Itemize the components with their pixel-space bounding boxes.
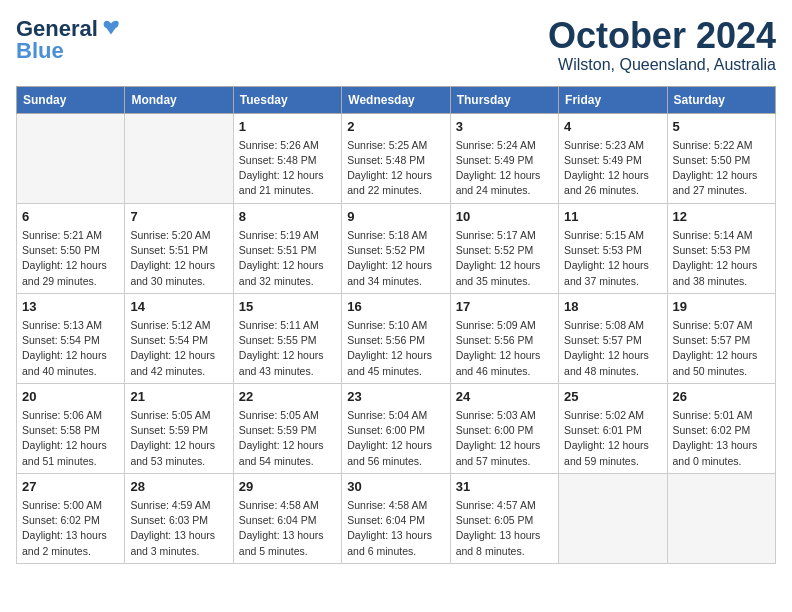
day-number: 24 <box>456 388 553 406</box>
day-info: Sunrise: 5:22 AM Sunset: 5:50 PM Dayligh… <box>673 138 770 199</box>
day-number: 21 <box>130 388 227 406</box>
day-info: Sunrise: 5:05 AM Sunset: 5:59 PM Dayligh… <box>130 408 227 469</box>
day-info: Sunrise: 5:07 AM Sunset: 5:57 PM Dayligh… <box>673 318 770 379</box>
calendar-cell: 2Sunrise: 5:25 AM Sunset: 5:48 PM Daylig… <box>342 113 450 203</box>
logo-bird-icon <box>100 18 122 40</box>
weekday-header-row: SundayMondayTuesdayWednesdayThursdayFrid… <box>17 86 776 113</box>
calendar-cell: 21Sunrise: 5:05 AM Sunset: 5:59 PM Dayli… <box>125 383 233 473</box>
day-info: Sunrise: 5:04 AM Sunset: 6:00 PM Dayligh… <box>347 408 444 469</box>
day-info: Sunrise: 4:58 AM Sunset: 6:04 PM Dayligh… <box>347 498 444 559</box>
calendar-cell: 12Sunrise: 5:14 AM Sunset: 5:53 PM Dayli… <box>667 203 775 293</box>
calendar-cell: 14Sunrise: 5:12 AM Sunset: 5:54 PM Dayli… <box>125 293 233 383</box>
day-info: Sunrise: 5:09 AM Sunset: 5:56 PM Dayligh… <box>456 318 553 379</box>
day-info: Sunrise: 5:18 AM Sunset: 5:52 PM Dayligh… <box>347 228 444 289</box>
day-number: 3 <box>456 118 553 136</box>
month-title: October 2024 <box>548 16 776 56</box>
day-number: 13 <box>22 298 119 316</box>
day-number: 2 <box>347 118 444 136</box>
day-info: Sunrise: 5:24 AM Sunset: 5:49 PM Dayligh… <box>456 138 553 199</box>
calendar-cell <box>559 473 667 563</box>
week-row-3: 13Sunrise: 5:13 AM Sunset: 5:54 PM Dayli… <box>17 293 776 383</box>
week-row-5: 27Sunrise: 5:00 AM Sunset: 6:02 PM Dayli… <box>17 473 776 563</box>
weekday-header-tuesday: Tuesday <box>233 86 341 113</box>
day-number: 17 <box>456 298 553 316</box>
calendar-cell: 6Sunrise: 5:21 AM Sunset: 5:50 PM Daylig… <box>17 203 125 293</box>
title-block: October 2024 Wilston, Queensland, Austra… <box>548 16 776 74</box>
calendar-cell: 13Sunrise: 5:13 AM Sunset: 5:54 PM Dayli… <box>17 293 125 383</box>
week-row-1: 1Sunrise: 5:26 AM Sunset: 5:48 PM Daylig… <box>17 113 776 203</box>
day-number: 27 <box>22 478 119 496</box>
calendar-cell: 20Sunrise: 5:06 AM Sunset: 5:58 PM Dayli… <box>17 383 125 473</box>
calendar-cell: 5Sunrise: 5:22 AM Sunset: 5:50 PM Daylig… <box>667 113 775 203</box>
calendar-cell: 7Sunrise: 5:20 AM Sunset: 5:51 PM Daylig… <box>125 203 233 293</box>
day-info: Sunrise: 5:08 AM Sunset: 5:57 PM Dayligh… <box>564 318 661 379</box>
day-number: 5 <box>673 118 770 136</box>
day-info: Sunrise: 5:10 AM Sunset: 5:56 PM Dayligh… <box>347 318 444 379</box>
day-info: Sunrise: 4:57 AM Sunset: 6:05 PM Dayligh… <box>456 498 553 559</box>
logo: General Blue <box>16 16 122 64</box>
day-info: Sunrise: 5:15 AM Sunset: 5:53 PM Dayligh… <box>564 228 661 289</box>
calendar-cell: 9Sunrise: 5:18 AM Sunset: 5:52 PM Daylig… <box>342 203 450 293</box>
calendar-cell: 30Sunrise: 4:58 AM Sunset: 6:04 PM Dayli… <box>342 473 450 563</box>
logo-blue: Blue <box>16 38 64 64</box>
day-number: 31 <box>456 478 553 496</box>
calendar-cell: 24Sunrise: 5:03 AM Sunset: 6:00 PM Dayli… <box>450 383 558 473</box>
weekday-header-monday: Monday <box>125 86 233 113</box>
day-info: Sunrise: 5:01 AM Sunset: 6:02 PM Dayligh… <box>673 408 770 469</box>
day-info: Sunrise: 5:03 AM Sunset: 6:00 PM Dayligh… <box>456 408 553 469</box>
calendar-cell <box>125 113 233 203</box>
week-row-2: 6Sunrise: 5:21 AM Sunset: 5:50 PM Daylig… <box>17 203 776 293</box>
weekday-header-sunday: Sunday <box>17 86 125 113</box>
calendar-cell: 26Sunrise: 5:01 AM Sunset: 6:02 PM Dayli… <box>667 383 775 473</box>
day-info: Sunrise: 5:17 AM Sunset: 5:52 PM Dayligh… <box>456 228 553 289</box>
day-number: 28 <box>130 478 227 496</box>
day-info: Sunrise: 5:11 AM Sunset: 5:55 PM Dayligh… <box>239 318 336 379</box>
weekday-header-saturday: Saturday <box>667 86 775 113</box>
day-number: 11 <box>564 208 661 226</box>
calendar-cell: 15Sunrise: 5:11 AM Sunset: 5:55 PM Dayli… <box>233 293 341 383</box>
day-number: 23 <box>347 388 444 406</box>
weekday-header-thursday: Thursday <box>450 86 558 113</box>
day-info: Sunrise: 5:06 AM Sunset: 5:58 PM Dayligh… <box>22 408 119 469</box>
calendar-cell: 8Sunrise: 5:19 AM Sunset: 5:51 PM Daylig… <box>233 203 341 293</box>
calendar-cell: 11Sunrise: 5:15 AM Sunset: 5:53 PM Dayli… <box>559 203 667 293</box>
day-info: Sunrise: 5:21 AM Sunset: 5:50 PM Dayligh… <box>22 228 119 289</box>
day-info: Sunrise: 5:12 AM Sunset: 5:54 PM Dayligh… <box>130 318 227 379</box>
day-number: 10 <box>456 208 553 226</box>
day-number: 14 <box>130 298 227 316</box>
calendar-cell: 22Sunrise: 5:05 AM Sunset: 5:59 PM Dayli… <box>233 383 341 473</box>
calendar-cell <box>17 113 125 203</box>
day-number: 12 <box>673 208 770 226</box>
day-number: 19 <box>673 298 770 316</box>
day-number: 29 <box>239 478 336 496</box>
day-info: Sunrise: 4:58 AM Sunset: 6:04 PM Dayligh… <box>239 498 336 559</box>
calendar-cell: 23Sunrise: 5:04 AM Sunset: 6:00 PM Dayli… <box>342 383 450 473</box>
calendar-cell: 31Sunrise: 4:57 AM Sunset: 6:05 PM Dayli… <box>450 473 558 563</box>
day-info: Sunrise: 5:14 AM Sunset: 5:53 PM Dayligh… <box>673 228 770 289</box>
day-number: 4 <box>564 118 661 136</box>
calendar-cell: 17Sunrise: 5:09 AM Sunset: 5:56 PM Dayli… <box>450 293 558 383</box>
calendar-table: SundayMondayTuesdayWednesdayThursdayFrid… <box>16 86 776 564</box>
day-info: Sunrise: 5:26 AM Sunset: 5:48 PM Dayligh… <box>239 138 336 199</box>
calendar-cell: 18Sunrise: 5:08 AM Sunset: 5:57 PM Dayli… <box>559 293 667 383</box>
day-number: 1 <box>239 118 336 136</box>
calendar-cell: 27Sunrise: 5:00 AM Sunset: 6:02 PM Dayli… <box>17 473 125 563</box>
day-info: Sunrise: 5:05 AM Sunset: 5:59 PM Dayligh… <box>239 408 336 469</box>
calendar-cell: 25Sunrise: 5:02 AM Sunset: 6:01 PM Dayli… <box>559 383 667 473</box>
day-number: 18 <box>564 298 661 316</box>
location: Wilston, Queensland, Australia <box>548 56 776 74</box>
day-info: Sunrise: 5:02 AM Sunset: 6:01 PM Dayligh… <box>564 408 661 469</box>
calendar-cell: 4Sunrise: 5:23 AM Sunset: 5:49 PM Daylig… <box>559 113 667 203</box>
day-info: Sunrise: 5:13 AM Sunset: 5:54 PM Dayligh… <box>22 318 119 379</box>
day-info: Sunrise: 5:25 AM Sunset: 5:48 PM Dayligh… <box>347 138 444 199</box>
page-header: General Blue October 2024 Wilston, Queen… <box>16 16 776 74</box>
day-info: Sunrise: 5:20 AM Sunset: 5:51 PM Dayligh… <box>130 228 227 289</box>
day-number: 20 <box>22 388 119 406</box>
day-number: 7 <box>130 208 227 226</box>
weekday-header-friday: Friday <box>559 86 667 113</box>
day-info: Sunrise: 5:19 AM Sunset: 5:51 PM Dayligh… <box>239 228 336 289</box>
calendar-cell: 3Sunrise: 5:24 AM Sunset: 5:49 PM Daylig… <box>450 113 558 203</box>
day-info: Sunrise: 5:00 AM Sunset: 6:02 PM Dayligh… <box>22 498 119 559</box>
calendar-cell: 29Sunrise: 4:58 AM Sunset: 6:04 PM Dayli… <box>233 473 341 563</box>
calendar-cell: 16Sunrise: 5:10 AM Sunset: 5:56 PM Dayli… <box>342 293 450 383</box>
